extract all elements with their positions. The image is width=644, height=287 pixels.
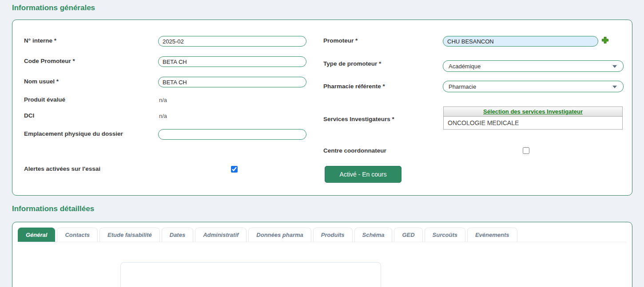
chevron-down-icon — [612, 65, 617, 68]
tab-donnees-pharma[interactable]: Données pharma — [248, 228, 311, 242]
section-title-general: Informations générales — [12, 4, 95, 12]
emplacement-dossier-input[interactable] — [158, 129, 306, 140]
centre-coordonnateur-label: Centre coordonnateur — [323, 147, 386, 154]
alertes-label: Alertes activées sur l'essai — [24, 165, 100, 172]
tab-produits[interactable]: Produits — [313, 228, 353, 242]
tab-surcouts[interactable]: Surcoûts — [425, 228, 465, 242]
nom-usuel-label: Nom usuel * — [24, 78, 59, 85]
pharmacie-referente-select[interactable]: Pharmacie — [443, 81, 624, 92]
services-investigateurs-table: Sélection des services Investigateur ONC… — [443, 106, 623, 130]
services-table-row[interactable]: ONCOLOGIE MEDICALE — [444, 117, 622, 129]
numero-interne-input[interactable] — [158, 36, 306, 47]
produit-evalue-value: n/a — [159, 97, 167, 103]
tabs-bar: Général Contacts Etude faisabilité Dates… — [18, 228, 627, 242]
tab-ged[interactable]: GED — [394, 228, 422, 242]
alertes-checkbox[interactable] — [231, 166, 238, 173]
pharmacy-trial-form-page: Informations générales N° interne * Code… — [0, 0, 644, 287]
promoteur-label: Promoteur * — [323, 37, 358, 44]
tab-evenements[interactable]: Evénements — [467, 228, 517, 242]
type-promoteur-selected-value: Académique — [449, 63, 481, 70]
services-investigateurs-label: Services Investigateurs * — [323, 116, 394, 122]
type-promoteur-label: Type de promoteur * — [323, 60, 381, 67]
nom-usuel-input[interactable] — [158, 77, 306, 87]
tab-content-placeholder-box — [120, 262, 381, 287]
chevron-down-icon — [612, 86, 617, 88]
selection-services-link[interactable]: Sélection des services Investigateur — [483, 108, 583, 115]
code-promoteur-label: Code Promoteur * — [24, 58, 75, 64]
general-info-panel: N° interne * Code Promoteur * Nom usuel … — [12, 20, 632, 196]
centre-coordonnateur-checkbox[interactable] — [523, 147, 529, 154]
services-table-header: Sélection des services Investigateur — [444, 107, 622, 117]
code-promoteur-input[interactable] — [158, 56, 306, 67]
detailed-info-panel: Général Contacts Etude faisabilité Dates… — [12, 222, 632, 287]
emplacement-dossier-label: Emplacement physique du dossier — [24, 130, 123, 137]
numero-interne-label: N° interne * — [24, 37, 56, 44]
tab-general[interactable]: Général — [18, 228, 55, 242]
tab-dates[interactable]: Dates — [162, 228, 193, 242]
tab-schema[interactable]: Schéma — [354, 228, 393, 242]
promoteur-input[interactable] — [443, 36, 598, 47]
produit-evalue-label: Produit évalué — [24, 96, 65, 103]
tab-etude-faisabilite[interactable]: Etude faisabilité — [99, 228, 160, 242]
tab-administratif[interactable]: Administratif — [195, 228, 246, 242]
pharmacie-referente-selected-value: Pharmacie — [449, 83, 476, 90]
type-promoteur-select[interactable]: Académique — [443, 60, 624, 72]
dci-value: n/a — [159, 113, 167, 119]
section-title-details: Informations détaillées — [12, 204, 94, 213]
dci-label: DCI — [24, 112, 34, 119]
pharmacie-referente-label: Pharmacie référente * — [323, 83, 385, 90]
status-button[interactable]: Activé - En cours — [325, 166, 402, 183]
plus-icon[interactable] — [601, 36, 609, 44]
tab-contacts[interactable]: Contacts — [57, 228, 98, 242]
